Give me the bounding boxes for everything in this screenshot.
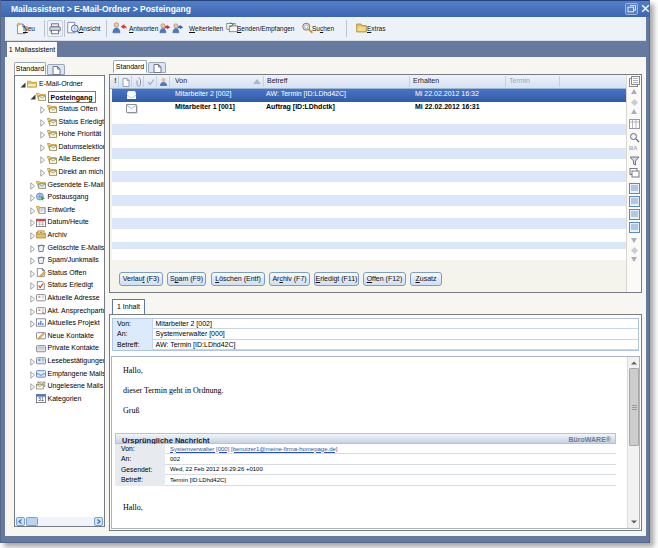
svg-text:31: 31 [38,396,44,402]
